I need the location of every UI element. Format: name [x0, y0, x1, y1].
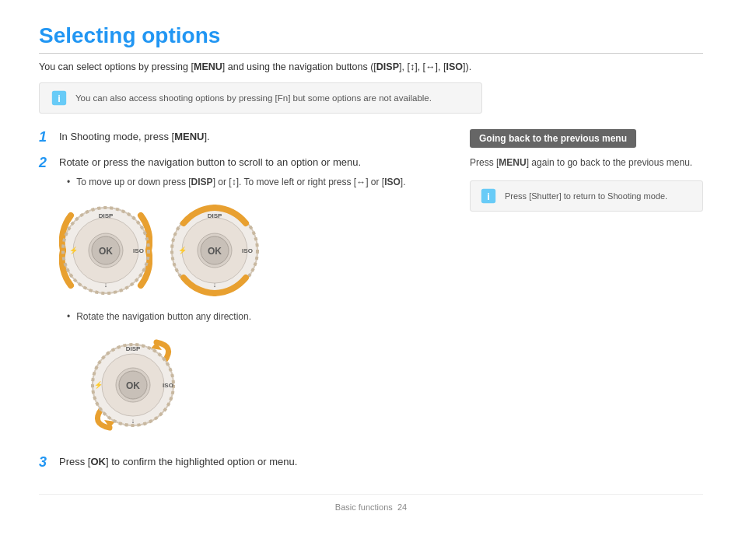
- bullet-2: Rotate the navigation button any directi…: [67, 310, 446, 324]
- sidebar-note-text: Press [Shutter] to return to Shooting mo…: [505, 191, 667, 201]
- svg-text:⚡: ⚡: [69, 246, 79, 255]
- right-column: Going back to the previous menu Press [M…: [470, 129, 703, 471]
- nav-dial-2: DISP ISO ⚡ ↓ OK: [168, 204, 261, 297]
- svg-text:DISP: DISP: [99, 212, 114, 219]
- step-3-text: Press [OK] to confirm the highlighted op…: [59, 454, 446, 470]
- step-1-num: 1: [39, 129, 53, 145]
- step-2-num: 2: [39, 155, 53, 442]
- step-2: 2 Rotate or press the navigation button …: [39, 155, 446, 442]
- step-3-content: Press [OK] to confirm the highlighted op…: [59, 454, 446, 471]
- svg-text:DISP: DISP: [208, 212, 222, 219]
- svg-text:OK: OK: [126, 380, 140, 391]
- nav-dials-row: DISP ISO ⚡ ↓ OK: [59, 204, 446, 297]
- sidebar-heading: Going back to the previous menu: [470, 129, 636, 148]
- svg-text:⚡: ⚡: [94, 380, 103, 390]
- page-footer: Basic functions 24: [39, 494, 703, 512]
- svg-text:ISO: ISO: [133, 247, 144, 254]
- top-note-box: i You can also access shooting options b…: [39, 82, 482, 114]
- svg-text:↓: ↓: [131, 417, 135, 425]
- step-1-content: In Shooting mode, press [MENU].: [59, 129, 446, 145]
- left-column: 1 In Shooting mode, press [MENU]. 2 Rota…: [39, 129, 446, 471]
- step-3: 3 Press [OK] to confirm the highlighted …: [39, 454, 446, 471]
- svg-text:DISP: DISP: [126, 345, 141, 352]
- svg-text:ISO: ISO: [242, 247, 253, 254]
- svg-text:OK: OK: [208, 246, 222, 257]
- step-2-bullets: To move up or down press [DISP] or [↕]. …: [59, 170, 446, 194]
- footer-page: 24: [397, 502, 407, 512]
- step-2-text: Rotate or press the navigation button to…: [59, 155, 446, 170]
- top-note-text: You can also access shooting options by …: [75, 93, 432, 103]
- step-3-num: 3: [39, 454, 53, 471]
- sidebar-info-icon: i: [480, 187, 497, 205]
- nav-dial-rotate: DISP ISO ⚡ ↓ OK: [82, 334, 184, 436]
- intro-text: You can select options by pressing [MENU…: [39, 61, 703, 73]
- step-2-content: Rotate or press the navigation button to…: [59, 155, 446, 442]
- svg-text:⚡: ⚡: [178, 246, 187, 255]
- title-divider: [39, 53, 703, 54]
- svg-text:↓: ↓: [104, 281, 108, 289]
- step-1-text: In Shooting mode, press [MENU].: [59, 129, 446, 145]
- svg-text:i: i: [58, 93, 61, 104]
- svg-text:i: i: [487, 191, 490, 202]
- step-1: 1 In Shooting mode, press [MENU].: [39, 129, 446, 145]
- footer-chapter: Basic functions: [335, 502, 393, 512]
- sidebar-text: Press [MENU] again to go back to the pre…: [470, 156, 703, 170]
- bullet-1: To move up or down press [DISP] or [↕]. …: [67, 175, 446, 190]
- step-2-bullets-2: Rotate the navigation button any directi…: [59, 305, 446, 328]
- nav-dial-1: DISP ISO ⚡ ↓ OK: [59, 204, 152, 297]
- svg-text:OK: OK: [99, 246, 113, 257]
- svg-text:↓: ↓: [213, 281, 217, 289]
- info-icon: i: [51, 89, 68, 107]
- sidebar-note-box: i Press [Shutter] to return to Shooting …: [470, 180, 703, 212]
- svg-text:ISO: ISO: [163, 382, 173, 389]
- page-title: Selecting options: [39, 23, 703, 48]
- content-area: 1 In Shooting mode, press [MENU]. 2 Rota…: [39, 129, 703, 471]
